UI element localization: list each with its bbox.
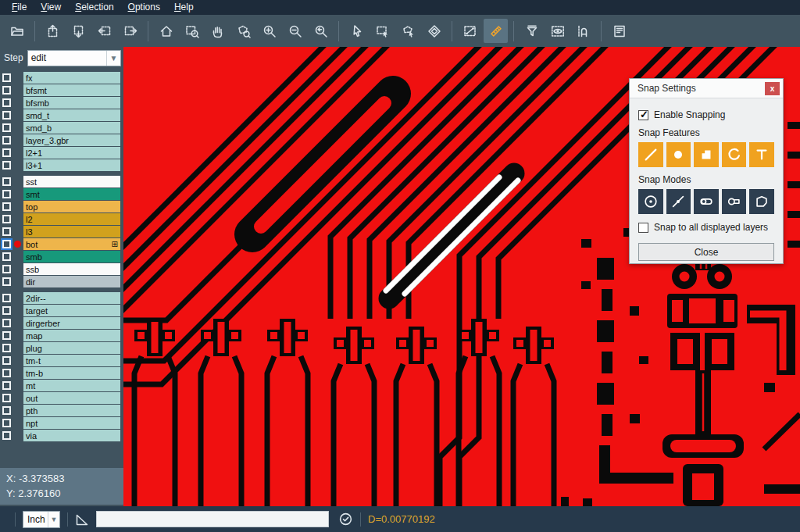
zoom-out-button[interactable] [283, 19, 307, 43]
snap-feature-line-button[interactable] [638, 142, 663, 167]
layer-label[interactable]: fx [23, 72, 120, 84]
layer-checkbox[interactable] [2, 381, 11, 390]
layer-label[interactable]: 2dir-- [23, 292, 120, 304]
move-right-button[interactable] [118, 19, 142, 43]
layer-label[interactable]: mt [23, 380, 120, 391]
move-left-button[interactable] [92, 19, 116, 43]
select-polygon-button[interactable] [396, 19, 420, 43]
snap-feature-pad-button[interactable] [666, 142, 691, 167]
layer-checkbox[interactable] [2, 394, 11, 402]
unit-select[interactable]: Inch ▼ [23, 511, 60, 528]
menu-item-selection[interactable]: Selection [68, 0, 120, 15]
layer-checkbox[interactable] [2, 190, 11, 198]
layer-checkbox[interactable] [2, 227, 11, 236]
layer-checkbox[interactable] [2, 148, 11, 157]
layer-checkbox[interactable] [2, 265, 11, 273]
layer-checkbox[interactable] [2, 215, 11, 223]
layer-label[interactable]: pth [23, 405, 120, 416]
snap-feature-text-button[interactable] [749, 142, 774, 167]
filter-button[interactable] [520, 19, 544, 43]
layer-checkbox[interactable] [2, 331, 11, 340]
layer-label[interactable]: smd_t [23, 109, 120, 121]
layer-checkbox[interactable] [2, 294, 11, 302]
step-select[interactable]: edit ▼ [27, 50, 121, 66]
layer-label[interactable]: sst [23, 176, 120, 187]
snap-settings-button[interactable] [571, 19, 595, 43]
layer-label[interactable]: l3+1 [23, 159, 120, 171]
layer-label[interactable]: smt [23, 188, 120, 200]
layer-checkbox[interactable] [2, 277, 11, 286]
layer-checkbox[interactable] [2, 240, 11, 248]
layer-label[interactable]: dir [23, 276, 120, 287]
zoom-previous-button[interactable] [309, 19, 333, 43]
layer-grid-icon[interactable]: ⊞ [112, 240, 120, 248]
layer-checkbox[interactable] [2, 161, 11, 170]
layer-label[interactable]: tm-b [23, 367, 120, 379]
home-view-button[interactable] [154, 19, 178, 43]
layer-label[interactable]: map [23, 330, 120, 341]
move-up-button[interactable] [41, 19, 65, 43]
dialog-close-icon[interactable]: x [765, 82, 780, 95]
layer-checkbox[interactable] [2, 406, 11, 415]
layer-label[interactable]: top [23, 201, 120, 212]
layer-checkbox[interactable] [2, 344, 11, 352]
layer-label[interactable]: l3 [23, 226, 120, 237]
zoom-polygon-button[interactable] [231, 19, 255, 43]
layer-label[interactable]: bfsmb [23, 97, 120, 109]
layer-label[interactable]: bot⊞ [23, 238, 120, 250]
layer-checkbox[interactable] [2, 86, 11, 95]
layer-label[interactable]: dirgerber [23, 317, 120, 329]
select-cursor-button[interactable] [345, 19, 369, 43]
snap-feature-arc-button[interactable] [722, 142, 747, 167]
layer-checkbox[interactable] [2, 369, 11, 377]
layer-label[interactable]: out [23, 392, 120, 404]
menu-item-options[interactable]: Options [121, 0, 167, 15]
layer-checkbox[interactable] [2, 356, 11, 365]
apply-button[interactable] [338, 512, 353, 527]
report-button[interactable] [607, 19, 631, 43]
menu-item-file[interactable]: File [5, 0, 34, 15]
layer-label[interactable]: target [23, 305, 120, 316]
close-button[interactable]: Close [638, 243, 774, 261]
angle-tool-button[interactable] [75, 512, 89, 527]
snap-mode-midpoint-button[interactable] [666, 189, 691, 214]
enable-snapping-checkbox[interactable] [638, 110, 648, 120]
open-file-button[interactable] [5, 19, 29, 43]
layer-checkbox[interactable] [2, 252, 11, 261]
measure-line-button[interactable] [458, 19, 482, 43]
pan-button[interactable] [205, 19, 230, 43]
layer-checkbox[interactable] [2, 419, 11, 427]
layer-checkbox[interactable] [2, 98, 11, 107]
all-layers-checkbox[interactable] [638, 223, 648, 233]
command-input[interactable] [96, 511, 329, 527]
snap-mode-slot-left-button[interactable] [694, 189, 719, 214]
show-view-button[interactable] [545, 19, 570, 43]
layer-label[interactable]: npt [23, 417, 120, 429]
layer-checkbox[interactable] [2, 202, 11, 211]
zoom-in-button[interactable] [257, 19, 281, 43]
measure-ruler-button[interactable] [484, 19, 508, 43]
layer-checkbox[interactable] [2, 177, 11, 186]
select-rectangle-button[interactable] [370, 19, 395, 43]
layer-checkbox[interactable] [2, 306, 11, 315]
zoom-window-button[interactable] [180, 19, 204, 43]
layer-label[interactable]: tm-t [23, 355, 120, 366]
snap-feature-surface-button[interactable] [694, 142, 719, 167]
clean-button[interactable] [422, 19, 446, 43]
snap-mode-contour-button[interactable] [749, 189, 774, 214]
layer-label[interactable]: ssb [23, 263, 120, 275]
layer-checkbox[interactable] [2, 431, 11, 440]
layer-checkbox[interactable] [2, 73, 11, 82]
layer-label[interactable]: l2 [23, 213, 120, 225]
dialog-title-bar[interactable]: Snap Settings x [630, 79, 783, 98]
move-down-button[interactable] [66, 19, 91, 43]
layer-checkbox[interactable] [2, 111, 11, 120]
layer-checkbox[interactable] [2, 123, 11, 132]
snap-mode-center-button[interactable] [638, 189, 663, 214]
layer-label[interactable]: via [23, 430, 120, 441]
layer-checkbox[interactable] [2, 319, 11, 327]
layer-label[interactable]: layer_3.gbr [23, 134, 120, 146]
layer-label[interactable]: l2+1 [23, 147, 120, 159]
menu-item-view[interactable]: View [34, 0, 68, 15]
layer-label[interactable]: smb [23, 251, 120, 262]
